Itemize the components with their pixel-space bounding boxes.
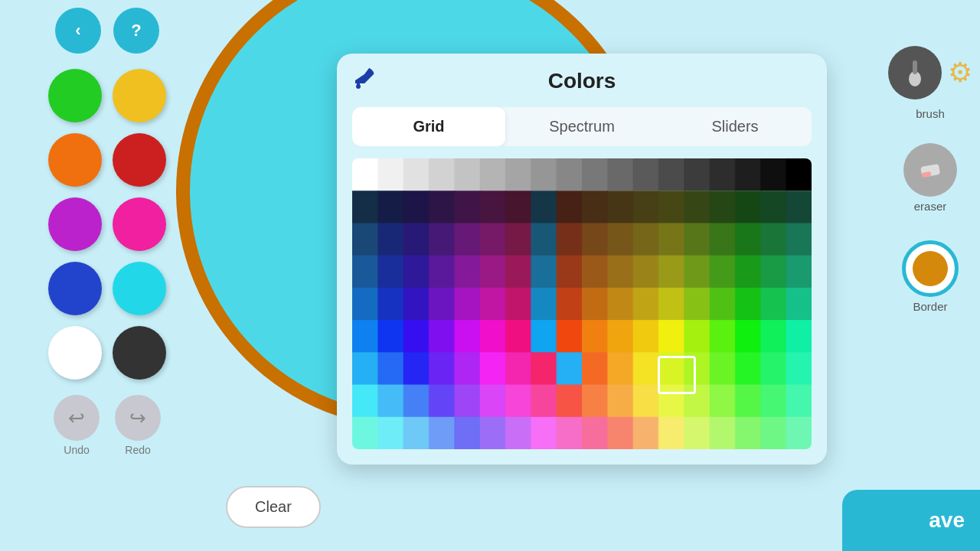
redo-button[interactable]: ↪ Redo <box>115 395 161 456</box>
border-tool-item: Border <box>902 240 959 313</box>
help-button[interactable]: ? <box>113 8 159 54</box>
tab-grid[interactable]: Grid <box>352 107 505 146</box>
color-swatch-pink[interactable] <box>113 197 166 251</box>
right-sidebar: ⚙ brush eraser Border <box>880 0 980 551</box>
undo-label: Undo <box>64 444 89 456</box>
left-sidebar: ‹ ? ↩ Undo ↪ Redo <box>0 0 214 551</box>
colors-modal: Colors Grid Spectrum Sliders <box>337 54 827 465</box>
color-swatch-black[interactable] <box>113 326 166 380</box>
brush-button[interactable] <box>888 46 942 99</box>
tab-sliders[interactable]: Sliders <box>658 107 812 146</box>
color-swatch-orange[interactable] <box>48 133 102 187</box>
modal-header: Colors <box>352 69 812 93</box>
color-swatch-yellow[interactable] <box>113 69 166 122</box>
top-buttons: ‹ ? <box>55 8 159 54</box>
redo-icon: ↪ <box>115 395 161 441</box>
eraser-icon <box>916 156 944 184</box>
gear-icon: ⚙ <box>948 57 972 89</box>
color-swatch-cyan[interactable] <box>113 262 166 315</box>
color-swatch-blue[interactable] <box>48 262 102 315</box>
eraser-button[interactable] <box>903 143 957 197</box>
tab-spectrum[interactable]: Spectrum <box>505 107 658 146</box>
redo-label: Redo <box>125 444 150 456</box>
color-swatch-white[interactable] <box>48 326 102 380</box>
undo-icon: ↩ <box>54 395 100 441</box>
undo-button[interactable]: ↩ Undo <box>54 395 100 456</box>
brush-label: brush <box>916 107 945 120</box>
clear-button[interactable]: Clear <box>226 486 321 528</box>
tab-bar: Grid Spectrum Sliders <box>352 107 812 146</box>
modal-title: Colors <box>548 69 616 93</box>
undo-redo-section: ↩ Undo ↪ Redo <box>54 395 161 456</box>
border-label: Border <box>913 300 947 313</box>
color-swatch-green[interactable] <box>48 69 102 122</box>
color-palette[interactable] <box>352 158 812 449</box>
color-swatch-purple[interactable] <box>48 197 102 251</box>
color-swatch-red[interactable] <box>113 133 166 187</box>
palette-canvas[interactable] <box>352 158 812 449</box>
svg-point-4 <box>356 84 361 89</box>
border-button[interactable] <box>902 240 959 297</box>
back-button[interactable]: ‹ <box>55 8 101 54</box>
eraser-label: eraser <box>914 200 947 213</box>
border-inner-circle <box>913 251 948 286</box>
color-swatches <box>33 69 181 380</box>
eyedropper-icon[interactable] <box>352 67 377 96</box>
brush-icon <box>901 59 929 86</box>
brush-tool-row: ⚙ <box>888 46 972 99</box>
svg-rect-1 <box>913 60 917 74</box>
eraser-tool-item: eraser <box>903 143 957 213</box>
